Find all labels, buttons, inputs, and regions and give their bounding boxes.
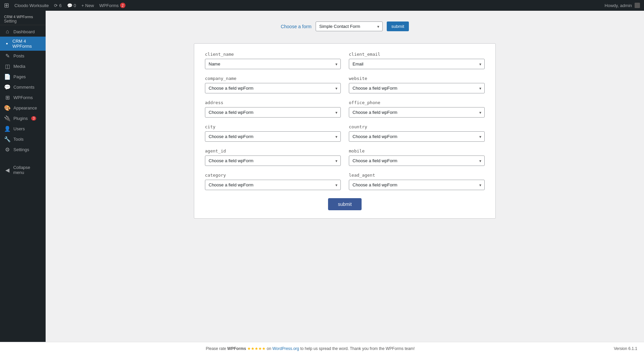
choose-form-label: Choose a form: [281, 24, 312, 29]
submit-row: submit: [205, 198, 485, 210]
country-select[interactable]: Choose a field wpForm Name Email: [349, 131, 485, 142]
category-label: category: [205, 173, 341, 178]
sidebar-item-appearance[interactable]: 🎨 Appearance: [0, 103, 46, 113]
agent-id-select[interactable]: Choose a field wpForm Name Email: [205, 156, 341, 166]
sidebar-item-pages[interactable]: 📄 Pages: [0, 72, 46, 82]
field-mapping-grid: client_name Name Choose a field wpForm E…: [194, 43, 496, 219]
category-select[interactable]: Choose a field wpForm Name Email: [205, 180, 341, 190]
adminbar-updates[interactable]: ⟳ 6: [54, 3, 61, 8]
adminbar-right: Howdy, admin: [605, 3, 640, 8]
wpforms-icon: ⊞: [4, 94, 11, 101]
address-select-wrapper: Choose a field wpForm Name Email ▼: [205, 107, 341, 118]
sidebar-item-media[interactable]: ◫ Media: [0, 61, 46, 72]
plugins-icon: 🔌: [4, 115, 11, 122]
client-email-select-wrapper: Email Choose a field wpForm Name ▼: [349, 59, 485, 69]
client-email-select[interactable]: Email Choose a field wpForm Name: [349, 59, 485, 69]
mobile-select-wrapper: Choose a field wpForm Name Email ▼: [349, 156, 485, 166]
city-select[interactable]: Choose a field wpForm Name Email: [205, 131, 341, 142]
sidebar-item-tools[interactable]: 🔧 Tools: [0, 134, 46, 144]
mobile-select[interactable]: Choose a field wpForm Name Email: [349, 156, 485, 166]
field-row-1: client_name Name Choose a field wpForm E…: [205, 52, 485, 69]
sidebar-item-label: Appearance: [13, 105, 37, 110]
field-group-agent-id: agent_id Choose a field wpForm Name Emai…: [205, 148, 341, 166]
sidebar-item-dashboard[interactable]: ⌂ Dashboard: [0, 27, 46, 37]
main-submit-button[interactable]: submit: [328, 198, 362, 210]
client-name-label: client_name: [205, 52, 341, 57]
lead-agent-label: lead_agent: [349, 173, 485, 178]
adminbar-site-name[interactable]: Cloodo Worksuite: [14, 3, 49, 8]
sidebar-item-settings[interactable]: ⚙ Settings: [0, 144, 46, 155]
main-content: Choose a form Simple Contact Form Contac…: [46, 11, 644, 355]
sidebar-item-posts[interactable]: ✎ Posts: [0, 51, 46, 61]
field-group-address: address Choose a field wpForm Name Email…: [205, 100, 341, 118]
appearance-icon: 🎨: [4, 105, 11, 111]
company-name-label: company_name: [205, 76, 341, 81]
sidebar-item-label: Media: [13, 64, 25, 69]
address-label: address: [205, 100, 341, 105]
field-group-category: category Choose a field wpForm Name Emai…: [205, 173, 341, 190]
top-bar: Choose a form Simple Contact Form Contac…: [56, 17, 634, 35]
address-select[interactable]: Choose a field wpForm Name Email: [205, 107, 341, 118]
city-select-wrapper: Choose a field wpForm Name Email ▼: [205, 131, 341, 142]
media-icon: ◫: [4, 63, 11, 70]
sidebar-item-label: Tools: [13, 137, 23, 142]
admin-avatar[interactable]: [635, 3, 640, 8]
office-phone-select[interactable]: Choose a field wpForm Name Email: [349, 107, 485, 118]
sidebar: CRM 4 WPForms Setting ⌂ Dashboard ▪ CRM …: [0, 11, 46, 355]
adminbar-howdy: Howdy, admin: [605, 3, 632, 8]
adminbar-comments[interactable]: 💬 0: [67, 3, 76, 8]
wpforms-badge: 2: [120, 3, 125, 8]
plugins-badge: 3: [31, 116, 37, 121]
comments-menu-icon: 💬: [4, 84, 11, 90]
country-select-wrapper: Choose a field wpForm Name Email ▼: [349, 131, 485, 142]
form-selector[interactable]: Simple Contact Form Contact Form Newslet…: [316, 21, 383, 31]
comments-count: 0: [74, 3, 76, 8]
field-group-country: country Choose a field wpForm Name Email…: [349, 124, 485, 142]
field-row-2: company_name Choose a field wpForm Name …: [205, 76, 485, 93]
lead-agent-select[interactable]: Choose a field wpForm Name Email: [349, 180, 485, 190]
field-group-lead-agent: lead_agent Choose a field wpForm Name Em…: [349, 173, 485, 190]
sidebar-item-plugins[interactable]: 🔌 Plugins 3: [0, 113, 46, 124]
field-row-5: agent_id Choose a field wpForm Name Emai…: [205, 148, 485, 166]
crm-icon: ▪: [4, 41, 10, 47]
sidebar-item-label: CRM 4 WPForms: [12, 39, 42, 49]
office-phone-select-wrapper: Choose a field wpForm Name Email ▼: [349, 107, 485, 118]
sidebar-item-label: Users: [13, 126, 25, 131]
form-select-wrapper: Simple Contact Form Contact Form Newslet…: [316, 21, 383, 31]
field-group-client-email: client_email Email Choose a field wpForm…: [349, 52, 485, 69]
wp-logo-icon[interactable]: ⊞: [4, 2, 9, 9]
category-select-wrapper: Choose a field wpForm Name Email ▼: [205, 180, 341, 190]
sidebar-item-label: Settings: [13, 147, 29, 152]
footer: Please rate WPForms ★★★★★ on WordPress.o…: [0, 342, 644, 355]
footer-text: Please rate WPForms ★★★★★ on WordPress.o…: [206, 346, 415, 351]
adminbar-wpforms[interactable]: WPForms 2: [99, 3, 125, 8]
company-name-select[interactable]: Choose a field wpForm Name Email: [205, 83, 341, 93]
field-group-website: website Choose a field wpForm Name Email…: [349, 76, 485, 93]
agent-id-select-wrapper: Choose a field wpForm Name Email ▼: [205, 156, 341, 166]
collapse-icon: ◀: [4, 167, 10, 173]
field-group-mobile: mobile Choose a field wpForm Name Email …: [349, 148, 485, 166]
field-group-company-name: company_name Choose a field wpForm Name …: [205, 76, 341, 93]
dashboard-icon: ⌂: [4, 29, 11, 35]
field-group-client-name: client_name Name Choose a field wpForm E…: [205, 52, 341, 69]
website-label: website: [349, 76, 485, 81]
comments-icon: 💬: [67, 3, 72, 8]
crm-plugin-label: CRM 4 WPForms: [4, 15, 42, 19]
company-name-select-wrapper: Choose a field wpForm Name Email ▼: [205, 83, 341, 93]
sidebar-item-label: Posts: [13, 53, 24, 58]
city-label: city: [205, 124, 341, 129]
collapse-menu[interactable]: ◀ Collapse menu: [0, 163, 46, 177]
sidebar-item-wpforms[interactable]: ⊞ WPForms: [0, 92, 46, 103]
sidebar-item-comments[interactable]: 💬 Comments: [0, 82, 46, 92]
top-submit-button[interactable]: submit: [387, 21, 409, 31]
adminbar-new[interactable]: + New: [82, 3, 94, 8]
agent-id-label: agent_id: [205, 148, 341, 153]
settings-icon: ⚙: [4, 146, 11, 153]
sidebar-item-users[interactable]: 👤 Users: [0, 124, 46, 134]
client-name-select[interactable]: Name Choose a field wpForm Email: [205, 59, 341, 69]
wordpress-org-link[interactable]: WordPress.org: [272, 346, 299, 351]
sidebar-item-crm4wpforms[interactable]: ▪ CRM 4 WPForms: [0, 37, 46, 51]
website-select[interactable]: Choose a field wpForm Name Email: [349, 83, 485, 93]
country-label: country: [349, 124, 485, 129]
admin-bar: ⊞ Cloodo Worksuite ⟳ 6 💬 0 + New WPForms…: [0, 0, 644, 11]
